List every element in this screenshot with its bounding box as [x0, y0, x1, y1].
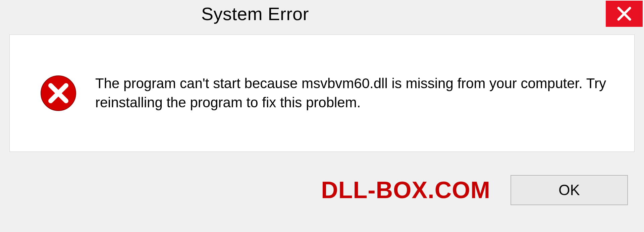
- close-icon: [616, 6, 632, 21]
- dialog-footer: DLL-BOX.COM OK: [9, 158, 635, 232]
- content-panel: The program can't start because msvbvm60…: [9, 35, 635, 152]
- watermark-text: DLL-BOX.COM: [321, 177, 490, 204]
- error-dialog: System Error The program can't start bec…: [0, 0, 644, 232]
- error-icon: [40, 75, 77, 112]
- dialog-title: System Error: [0, 0, 309, 24]
- close-button[interactable]: [606, 1, 643, 27]
- titlebar: System Error: [0, 0, 644, 32]
- ok-button[interactable]: OK: [511, 175, 628, 205]
- error-message: The program can't start because msvbvm60…: [95, 74, 614, 112]
